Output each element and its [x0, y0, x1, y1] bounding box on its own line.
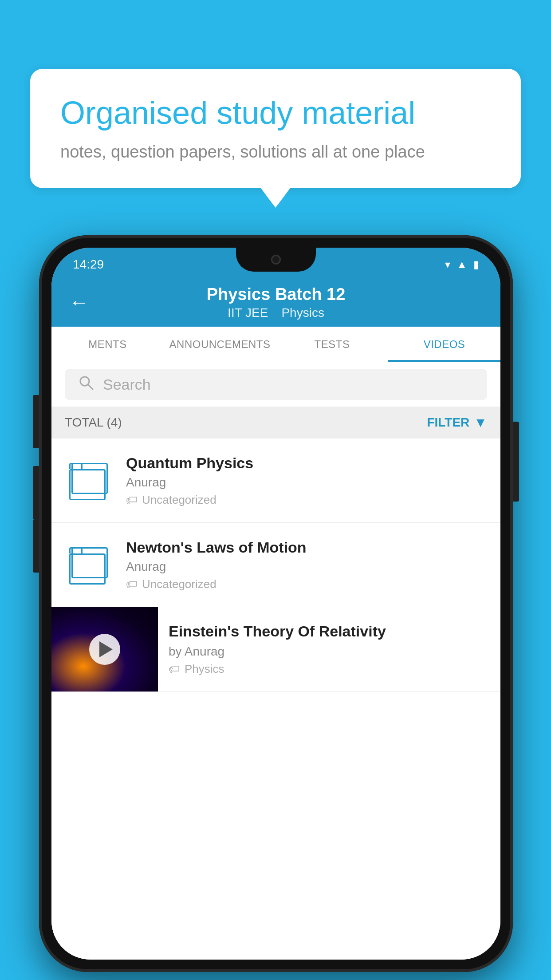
item-tag: 🏷 Uncategorized	[126, 577, 487, 591]
list-item[interactable]: Quantum Physics Anurag 🏷 Uncategorized	[51, 439, 500, 523]
item-info: Einstein's Theory Of Relativity by Anura…	[158, 612, 500, 687]
back-button[interactable]: ←	[69, 291, 89, 313]
bubble-subtitle: notes, question papers, solutions all at…	[60, 142, 491, 162]
tag-icon: 🏷	[126, 577, 138, 591]
camera-icon	[271, 255, 281, 265]
tabs-bar: MENTS ANNOUNCEMENTS TESTS VIDEOS	[51, 327, 500, 362]
bubble-title: Organised study material	[60, 94, 491, 132]
tag-icon: 🏷	[126, 493, 138, 507]
play-button[interactable]	[89, 634, 120, 665]
item-title: Newton's Laws of Motion	[126, 539, 487, 556]
list-area: Quantum Physics Anurag 🏷 Uncategorized	[51, 439, 500, 960]
list-item-video[interactable]: Einstein's Theory Of Relativity by Anura…	[51, 607, 500, 692]
filter-button[interactable]: FILTER ▼	[427, 415, 487, 430]
subtitle-physics: Physics	[281, 306, 324, 320]
total-label: TOTAL (4)	[65, 415, 122, 430]
header-title: Physics Batch 12	[207, 285, 346, 304]
tab-ments[interactable]: MENTS	[51, 327, 164, 362]
tab-tests[interactable]: TESTS	[276, 327, 388, 362]
wifi-icon: ▾	[445, 258, 450, 271]
header-subtitle: IIT JEE Physics	[228, 306, 324, 320]
item-info: Quantum Physics Anurag 🏷 Uncategorized	[126, 454, 487, 507]
item-tag: 🏷 Physics	[169, 662, 490, 676]
filter-bar: TOTAL (4) FILTER ▼	[51, 407, 500, 439]
folder-front	[69, 553, 106, 585]
app-header: ← Physics Batch 12 IIT JEE Physics	[51, 278, 500, 327]
tag-icon: 🏷	[169, 662, 180, 676]
phone-notch	[236, 248, 316, 272]
svg-line-1	[88, 385, 93, 389]
search-icon	[78, 375, 94, 395]
item-author: Anurag	[126, 560, 487, 574]
speech-bubble: Organised study material notes, question…	[30, 69, 521, 188]
item-icon-area	[65, 463, 114, 498]
item-tag: 🏷 Uncategorized	[126, 493, 487, 507]
play-icon	[99, 641, 113, 657]
filter-icon: ▼	[474, 415, 487, 430]
item-title: Einstein's Theory Of Relativity	[169, 623, 490, 640]
thumbnail-bg	[51, 607, 158, 692]
folder-front	[69, 469, 106, 500]
folder-tab	[69, 463, 83, 469]
item-icon-area	[65, 547, 114, 583]
tab-announcements[interactable]: ANNOUNCEMENTS	[164, 327, 276, 362]
folder-icon	[69, 463, 109, 498]
subtitle-iitjee: IIT JEE	[228, 306, 268, 320]
folder-tab	[69, 547, 83, 553]
folder-icon	[69, 547, 109, 583]
search-placeholder: Search	[103, 376, 151, 393]
item-author: by Anurag	[169, 644, 490, 659]
phone-device: 14:29 ▾ ▲ ▮ ← Physics Batch 12 IIT JEE P…	[39, 235, 513, 972]
status-icons: ▾ ▲ ▮	[445, 258, 479, 271]
search-box[interactable]: Search	[65, 369, 487, 400]
item-title: Quantum Physics	[126, 454, 487, 472]
search-area: Search	[51, 362, 500, 407]
status-time: 14:29	[73, 257, 104, 272]
item-info: Newton's Laws of Motion Anurag 🏷 Uncateg…	[126, 539, 487, 591]
list-item[interactable]: Newton's Laws of Motion Anurag 🏷 Uncateg…	[51, 523, 500, 607]
video-thumbnail	[51, 607, 158, 692]
battery-icon: ▮	[473, 258, 479, 271]
signal-icon: ▲	[457, 258, 467, 271]
tab-videos[interactable]: VIDEOS	[388, 327, 500, 362]
phone-screen: 14:29 ▾ ▲ ▮ ← Physics Batch 12 IIT JEE P…	[51, 248, 500, 960]
item-author: Anurag	[126, 475, 487, 490]
